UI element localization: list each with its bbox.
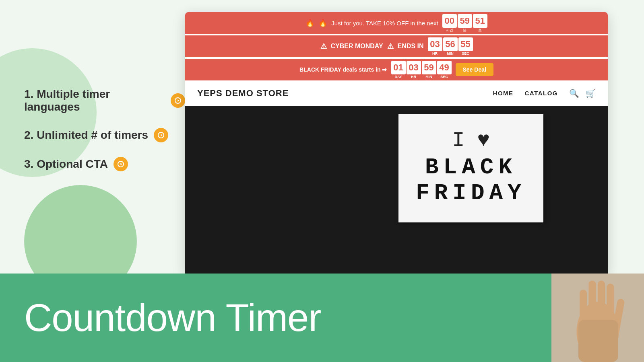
timer-3-days-group: 01 DAY (391, 61, 406, 79)
arrow-circle-icon-1[interactable] (171, 93, 185, 108)
warning-icon-2: ⚠ (387, 42, 394, 51)
timer-1-minutes-group: 59 분 (458, 14, 472, 32)
lightbox-line3: FRIDAY (411, 180, 531, 206)
feature-label-3: 3. Optional CTA (24, 158, 108, 171)
store-menu: HOME CATALOG 🔍 🛒 (493, 88, 596, 98)
timer-bar-2: ⚠ CYBER MONDAY ⚠ ENDS IN 03 HR 56 MIN 55… (185, 35, 608, 57)
timer-3-minutes-label: MIN (425, 75, 432, 79)
timer-3-days: 01 (391, 61, 406, 74)
feature-label-2: 2. Unlimited # of timers (24, 129, 148, 142)
store-logo: YEPS DEMO STORE (197, 88, 289, 99)
timer-1-seconds: 51 (473, 14, 487, 28)
store-icons: 🔍 🛒 (569, 88, 596, 98)
fire-icon-2: 🔥 (318, 19, 327, 27)
store-nav: YEPS DEMO STORE HOME CATALOG 🔍 🛒 (185, 80, 608, 106)
timer-bar-3: BLACK FRIDAY deals starts in ➡ 01 DAY 03… (185, 59, 608, 80)
fire-icon-1: 🔥 (305, 19, 314, 27)
timer-2-hours: 03 (428, 37, 442, 51)
timer-bar-2-ends: ENDS IN (398, 43, 424, 50)
timer-bar-3-prefix: BLACK FRIDAY deals starts in ➡ (299, 66, 387, 73)
timer-bar-1-prefix: Just for you. TAKE 10% OFF in the next (331, 20, 438, 27)
timer-3-digits: 01 DAY 03 HR 59 MIN 49 SEC (391, 61, 452, 79)
timer-3-seconds-group: 49 SEC (437, 61, 452, 79)
nav-catalog[interactable]: CATALOG (525, 90, 558, 97)
feature-list: 1. Multiple timer languages 2. Unlimited… (0, 0, 185, 274)
timer-2-seconds: 55 (458, 37, 473, 51)
timer-3-seconds-label: SEC (440, 75, 448, 79)
timer-2-seconds-label: SEC (462, 52, 469, 56)
lightbox-card: I ♥ BLACK FRIDAY (398, 114, 543, 222)
timer-bar-1: 🔥 🔥 Just for you. TAKE 10% OFF in the ne… (185, 12, 608, 34)
timer-1-seconds-label: 초 (478, 29, 482, 32)
timer-1-minutes-label: 분 (463, 29, 466, 32)
nav-home[interactable]: HOME (493, 90, 514, 97)
lightbox-line2: BLACK (411, 154, 531, 180)
timer-1-hours-label: 시간 (446, 29, 453, 32)
timer-1-hours-group: 00 시간 (442, 14, 457, 32)
timer-3-hours-label: HR (411, 75, 416, 79)
feature-item-3: 3. Optional CTA (24, 157, 128, 171)
svg-rect-8 (578, 320, 618, 362)
timer-3-seconds: 49 (437, 61, 452, 74)
timer-1-minutes: 59 (458, 14, 472, 28)
timer-3-hours: 03 (407, 61, 421, 74)
timer-2-minutes: 56 (443, 37, 458, 51)
bottom-bar: Countdown Timer (0, 274, 551, 362)
timer-2-seconds-group: 55 SEC (458, 37, 473, 56)
cart-icon[interactable]: 🛒 (586, 88, 596, 98)
timer-2-hours-group: 03 HR (428, 37, 442, 56)
timer-3-minutes: 59 (422, 61, 436, 74)
search-icon[interactable]: 🔍 (569, 88, 579, 98)
warning-icon-1: ⚠ (320, 42, 327, 51)
timer-bar-2-prefix: CYBER MONDAY (331, 43, 383, 50)
see-deal-button[interactable]: See Deal (456, 63, 493, 76)
timer-3-minutes-group: 59 MIN (422, 61, 436, 79)
timer-2-minutes-group: 56 MIN (443, 37, 458, 56)
feature-item-2: 2. Unlimited # of timers (24, 128, 168, 142)
timer-3-days-label: DAY (394, 75, 402, 79)
demo-panel: 🔥 🔥 Just for you. TAKE 10% OFF in the ne… (185, 12, 608, 274)
feature-label-1: 1. Multiple timer languages (24, 88, 165, 113)
timer-2-minutes-label: MIN (447, 52, 454, 56)
arrow-circle-icon-2[interactable] (154, 128, 168, 142)
arrow-circle-icon-3[interactable] (114, 157, 128, 171)
timer-2-hours-label: HR (432, 52, 438, 56)
timer-3-hours-group: 03 HR (407, 61, 421, 79)
timer-1-digits: 00 시간 59 분 51 초 (442, 14, 487, 32)
hero-area: I ♥ BLACK FRIDAY (185, 106, 608, 274)
timer-2-digits: 03 HR 56 MIN 55 SEC (428, 37, 473, 56)
feature-item-1: 1. Multiple timer languages (24, 88, 185, 113)
bottom-title: Countdown Timer (24, 296, 321, 340)
hand-illustration (561, 274, 634, 362)
lightbox-line1: I ♥ (411, 130, 531, 151)
timer-1-hours: 00 (442, 14, 457, 28)
timer-1-seconds-group: 51 초 (473, 14, 487, 32)
hand-area (551, 274, 644, 362)
